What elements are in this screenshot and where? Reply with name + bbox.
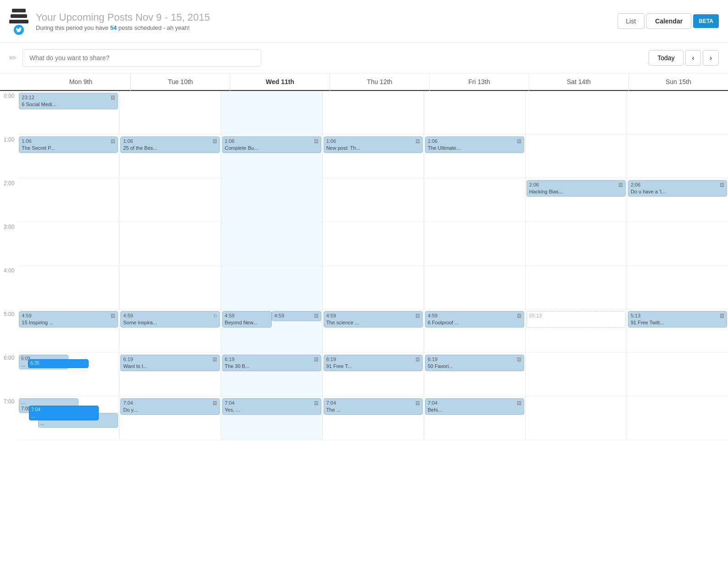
day-cells-2: 2:06🖼 Hacking Bias... 2:06🖼 Do u have a … (18, 178, 728, 222)
cell-sat-6 (525, 353, 627, 396)
cell-tue-3 (119, 222, 220, 266)
calendar-container: Mon 9th Tue 10th Wed 11th Thu 12th Fri 1… (0, 74, 728, 440)
buffer-logo (9, 7, 28, 27)
cell-fri-5: 4:59🖼 6 Foolproof ... (424, 309, 525, 353)
event-fri-7[interactable]: 7:04🖼 Behi... (425, 398, 524, 415)
event-mon-6b[interactable]: 6:35 (28, 359, 89, 368)
cell-mon-2 (18, 178, 119, 222)
event-mon-0[interactable]: 23:12🖼 6 Social Medi... (19, 93, 118, 109)
event-tue-7[interactable]: 7:04🖼 Do y... (120, 398, 219, 415)
day-cells-7: ... 7:00 7:04 ... 7:04 ... 7:04🖼 Do y... (18, 396, 728, 440)
event-sat-2[interactable]: 2:06🖼 Hacking Bias... (526, 180, 626, 197)
cell-tue-0 (119, 91, 220, 135)
event-tue-6[interactable]: 6:19🖼 Want to l... (120, 355, 219, 371)
cell-sat-2: 2:06🖼 Hacking Bias... (525, 178, 627, 222)
cell-fri-4 (424, 266, 525, 309)
cell-wed-1: 1:06🖼 Complete Bu... (221, 135, 322, 178)
event-mon-7b[interactable]: 7:04 ... (29, 406, 99, 420)
day-label-thu: Thu 12th (330, 74, 429, 91)
event-wed-1[interactable]: 1:06🖼 Complete Bu... (222, 136, 321, 153)
event-wed-7[interactable]: 7:04🖼 Yes, ... (222, 398, 321, 415)
page-header: Your Upcoming Posts Nov 9 - 15, 2015 Dur… (0, 0, 728, 43)
event-thu-7[interactable]: 7:04🖼 The ... (324, 398, 423, 415)
event-mon-1[interactable]: 1:06🖼 The Secret P... (19, 136, 118, 153)
cell-sun-0 (627, 91, 728, 135)
cell-thu-0 (322, 91, 424, 135)
event-wed-5a[interactable]: 4:59 Beyond New... (222, 311, 272, 328)
cell-sun-3 (627, 222, 728, 266)
event-fri-5[interactable]: 4:59🖼 6 Foolproof ... (425, 311, 524, 328)
time-label-5: 5:00 (0, 309, 18, 353)
event-sun-2[interactable]: 2:06🖼 Do u have a 'l... (628, 180, 727, 197)
svg-rect-0 (12, 9, 26, 12)
beta-button[interactable]: BETA (693, 14, 719, 28)
event-fri-1[interactable]: 1:06🖼 The Ultimate... (425, 136, 524, 153)
list-view-button[interactable]: List (617, 13, 645, 29)
day-label-sat: Sat 14th (529, 74, 628, 91)
day-cells-4 (18, 266, 728, 309)
cell-fri-3 (424, 222, 525, 266)
today-button[interactable]: Today (649, 50, 683, 66)
cell-thu-1: 1:06🖼 New post: Th... (322, 135, 424, 178)
cell-mon-6: 6:09 ... 6:35 (18, 353, 119, 396)
calendar-view-button[interactable]: Calendar (646, 13, 691, 29)
cell-thu-7: 7:04🖼 The ... (322, 396, 424, 440)
cell-wed-0 (221, 91, 322, 135)
cell-mon-5: 4:59🖼 15 Inspiring ... (18, 309, 119, 353)
event-tue-5[interactable]: 4:59↻ Some inspira... (120, 311, 219, 328)
cell-tue-7: 7:04🖼 Do y... (119, 396, 220, 440)
event-sat-5: 05:13 (526, 311, 626, 328)
cell-tue-2 (119, 178, 220, 222)
header-title: Your Upcoming Posts Nov 9 - 15, 2015 Dur… (36, 11, 617, 31)
time-header-spacer (0, 74, 31, 91)
day-cells-0: 23:12🖼 6 Social Medi... (18, 91, 728, 135)
cell-sun-5: 5:13🖼 91 Free Twitt... (627, 309, 728, 353)
prev-button[interactable]: ‹ (685, 50, 701, 66)
compose-input[interactable] (22, 49, 261, 67)
day-label-mon: Mon 9th (31, 74, 130, 91)
day-header-sat: Sat 14th (529, 74, 628, 91)
cell-wed-4 (221, 266, 322, 309)
day-label-sun: Sun 15th (629, 74, 728, 91)
event-wed-5b[interactable]: 4:59🖼 (272, 311, 321, 321)
day-label-tue: Tue 10th (131, 74, 230, 91)
cell-sat-4 (525, 266, 627, 309)
time-label-3: 3:00 (0, 222, 18, 266)
time-row-0: 0:00 23:12🖼 6 Social Medi... (0, 91, 728, 135)
event-wed-6[interactable]: 6:19🖼 The 30 B... (222, 355, 321, 371)
cell-fri-2 (424, 178, 525, 222)
time-row-1: 1:00 1:06🖼 The Secret P... 1:06🖼 25 of t… (0, 135, 728, 178)
cell-sun-4 (627, 266, 728, 309)
event-thu-1[interactable]: 1:06🖼 New post: Th... (324, 136, 423, 153)
time-row-6: 6:00 6:09 ... 6:35 6:19🖼 Want to l... (0, 353, 728, 396)
event-thu-6[interactable]: 6:19🖼 91 Free T... (324, 355, 423, 371)
cell-tue-1: 1:06🖼 25 of the Bes... (119, 135, 220, 178)
day-cells-5: 4:59🖼 15 Inspiring ... 4:59↻ Some inspir… (18, 309, 728, 353)
cell-thu-2 (322, 178, 424, 222)
time-label-6: 6:00 (0, 353, 18, 396)
view-toggle: List Calendar BETA (617, 13, 719, 29)
day-header-wed: Wed 11th (230, 74, 330, 91)
cell-wed-3 (221, 222, 322, 266)
cell-sun-7 (627, 396, 728, 440)
cell-wed-2 (221, 178, 322, 222)
day-header-sun: Sun 15th (628, 74, 728, 91)
event-fri-6[interactable]: 6:19🖼 50 Favori... (425, 355, 524, 371)
time-row-7: 7:00 ... 7:00 7:04 ... 7:04 ... 7: (0, 396, 728, 440)
cell-mon-3 (18, 222, 119, 266)
cell-sat-1 (525, 135, 627, 178)
event-sun-5[interactable]: 5:13🖼 91 Free Twitt... (628, 311, 727, 328)
next-button[interactable]: › (703, 50, 719, 66)
day-cells-6: 6:09 ... 6:35 6:19🖼 Want to l... 6:19🖼 T… (18, 353, 728, 396)
event-tue-1[interactable]: 1:06🖼 25 of the Bes... (120, 136, 219, 153)
event-mon-5[interactable]: 4:59🖼 15 Inspiring ... (19, 311, 118, 328)
twitter-icon (14, 25, 24, 35)
event-thu-5[interactable]: 4:59🖼 The science ... (324, 311, 423, 328)
cell-mon-4 (18, 266, 119, 309)
time-label-2: 2:00 (0, 178, 18, 222)
cell-mon-7: ... 7:00 7:04 ... 7:04 ... (18, 396, 119, 440)
cell-thu-5: 4:59🖼 The science ... (322, 309, 424, 353)
day-header-tue: Tue 10th (130, 74, 230, 91)
compose-icon: ✏ (9, 52, 17, 63)
cell-mon-0: 23:12🖼 6 Social Medi... (18, 91, 119, 135)
